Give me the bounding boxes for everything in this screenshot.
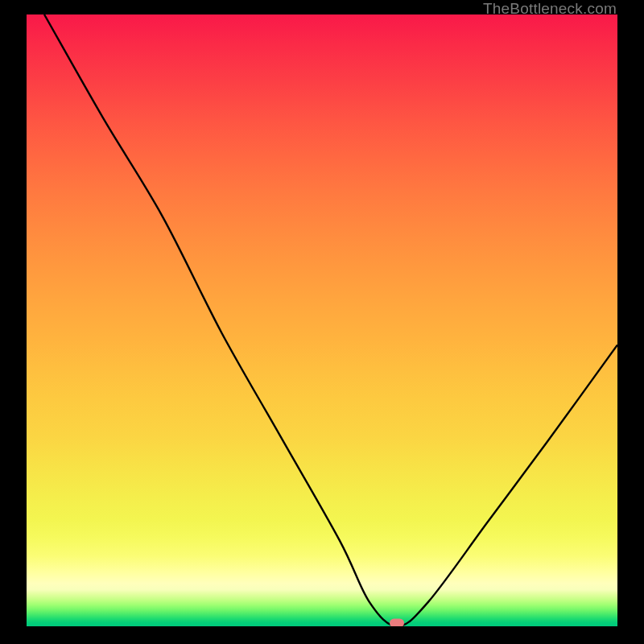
- chart-frame: TheBottleneck.com: [0, 0, 644, 644]
- plot-area: [27, 14, 617, 626]
- watermark-text: TheBottleneck.com: [483, 0, 617, 18]
- optimal-point-marker: [390, 619, 404, 626]
- bottleneck-curve: [27, 14, 617, 626]
